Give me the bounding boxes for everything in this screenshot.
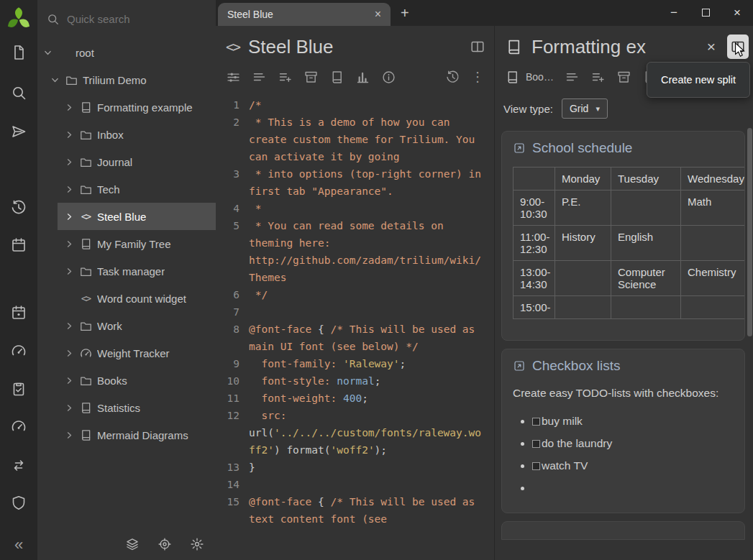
- chevron-right-icon[interactable]: [63, 239, 76, 249]
- swap-icon[interactable]: [0, 456, 37, 474]
- line-number: 9: [216, 355, 249, 372]
- card-title-link[interactable]: School schedule: [513, 140, 734, 156]
- target-icon[interactable]: [158, 537, 172, 551]
- close-window-button[interactable]: ×: [721, 6, 753, 20]
- tree-item-label: Books: [97, 375, 127, 387]
- line-number: 7: [216, 303, 249, 321]
- list-item: buy milk: [532, 415, 734, 428]
- history-icon[interactable]: [445, 70, 460, 85]
- search-icon[interactable]: [0, 84, 37, 101]
- calendar-icon[interactable]: [0, 237, 37, 254]
- window-controls: − ×: [658, 0, 753, 26]
- chevron-right-icon[interactable]: [63, 130, 76, 139]
- trilium-logo[interactable]: [0, 4, 37, 33]
- info-icon[interactable]: [381, 70, 396, 85]
- tree-item-label: Task manager: [97, 265, 165, 277]
- code-line: 4 *: [216, 200, 494, 217]
- tree-item-label: Formatting example: [97, 101, 193, 114]
- shield-icon[interactable]: [0, 495, 37, 512]
- book-icon: [77, 428, 94, 442]
- list-plus-icon[interactable]: [590, 70, 606, 85]
- tree-item-label: Mermaid Diagrams: [97, 429, 188, 441]
- book-icon[interactable]: [329, 70, 344, 85]
- layers-icon[interactable]: [125, 537, 140, 551]
- calendar-star-icon[interactable]: [0, 304, 37, 321]
- book-icon: [77, 237, 94, 251]
- line-number: 14: [216, 476, 249, 493]
- close-pane-button[interactable]: ×: [704, 38, 718, 55]
- checkbox[interactable]: [532, 440, 540, 448]
- code-line: 14: [216, 476, 494, 493]
- ribbon-tab-book[interactable]: Boo…: [505, 70, 554, 85]
- gauge-icon[interactable]: [0, 342, 37, 359]
- quick-search-input[interactable]: [67, 13, 189, 25]
- tree-item-trilium-demo[interactable]: Trilium Demo: [37, 66, 216, 93]
- list-icon[interactable]: [252, 70, 267, 85]
- code-editor[interactable]: 1/* 2 * This is a demo of how you can cr…: [216, 89, 494, 560]
- tree-item-inbox[interactable]: Inbox: [37, 121, 216, 148]
- tree-item-work[interactable]: Work: [37, 312, 216, 339]
- tree-item-books[interactable]: Books: [37, 367, 216, 394]
- maximize-button[interactable]: [690, 6, 721, 20]
- code-line: 8@font-face { /* This will be used as ma…: [216, 321, 494, 355]
- tree-item-statistics[interactable]: Statistics: [37, 394, 216, 421]
- tree-item-my-family-tree[interactable]: My Family Tree: [37, 230, 216, 257]
- chart-icon[interactable]: [355, 70, 370, 85]
- chevron-right-icon[interactable]: [63, 103, 76, 112]
- tab-steel-blue[interactable]: Steel Blue ×: [218, 3, 391, 26]
- chevron-right-icon[interactable]: [63, 403, 76, 413]
- code-line: 15@font-face { /* This will be used as t…: [216, 493, 494, 528]
- tree-item-weight-tracker[interactable]: Weight Tracker: [37, 339, 216, 367]
- view-type-select[interactable]: Grid ▾: [562, 98, 608, 119]
- tree-item-task-manager[interactable]: Task manager: [37, 257, 216, 285]
- new-tab-button[interactable]: +: [401, 5, 409, 22]
- minimize-button[interactable]: −: [658, 6, 690, 20]
- tree-item-root[interactable]: root: [37, 39, 216, 66]
- tree-item-mermaid-diagrams[interactable]: Mermaid Diagrams: [37, 421, 216, 449]
- chevron-right-icon[interactable]: [63, 376, 76, 385]
- archive-icon[interactable]: [616, 70, 631, 85]
- line-number: 2: [216, 114, 249, 165]
- list-icon[interactable]: [565, 70, 580, 85]
- file-icon[interactable]: [0, 44, 37, 61]
- tree-item-journal[interactable]: Journal: [37, 148, 216, 175]
- clipboard-check-icon[interactable]: [0, 380, 37, 398]
- scrollbar[interactable]: [747, 128, 752, 336]
- chevron-right-icon[interactable]: [63, 431, 76, 440]
- chevron-right-icon[interactable]: [63, 157, 76, 167]
- tree-item-formatting-example[interactable]: Formatting example: [37, 93, 216, 121]
- send-icon[interactable]: [0, 123, 37, 140]
- chevron-down-icon[interactable]: [42, 48, 54, 58]
- checkbox[interactable]: [532, 418, 540, 426]
- chevron-right-icon[interactable]: [63, 267, 76, 276]
- code-line: 12 src: url('../../../custom/fonts/ralew…: [216, 407, 494, 459]
- tree-item-steel-blue[interactable]: <> Steel Blue: [37, 203, 216, 230]
- collapse-left-icon[interactable]: «: [0, 536, 37, 554]
- line-number: 1: [216, 96, 249, 114]
- card-title-link[interactable]: Checkbox lists: [513, 358, 734, 374]
- tree-item-word-count-widget[interactable]: <> Word count widget: [37, 285, 216, 312]
- archive-icon[interactable]: [304, 70, 319, 85]
- create-new-split-button[interactable]: [727, 35, 749, 59]
- tree-item-label: Trilium Demo: [83, 74, 147, 86]
- speedometer-icon[interactable]: [0, 418, 37, 435]
- chevron-right-icon[interactable]: [63, 212, 76, 221]
- kebab-icon[interactable]: ⋮: [471, 70, 484, 83]
- tree-item-tech[interactable]: Tech: [37, 175, 216, 203]
- gear-icon[interactable]: [190, 537, 204, 551]
- chevron-right-icon[interactable]: [63, 185, 76, 194]
- split-icon[interactable]: [467, 39, 488, 55]
- quick-search[interactable]: [37, 0, 216, 37]
- list-plus-icon[interactable]: [278, 70, 293, 85]
- checkbox[interactable]: [532, 462, 540, 470]
- chevron-down-icon[interactable]: [49, 75, 61, 85]
- code-line: 9 font-family: 'Raleway';: [216, 355, 494, 372]
- note-title[interactable]: Formatting ex: [531, 36, 695, 58]
- note-title[interactable]: Steel Blue: [248, 36, 458, 58]
- chevron-right-icon[interactable]: [63, 349, 76, 358]
- close-icon[interactable]: ×: [375, 8, 381, 21]
- history-icon[interactable]: [0, 199, 37, 216]
- chevron-right-icon[interactable]: [63, 321, 76, 331]
- code-line: 7: [216, 303, 494, 321]
- tune-icon[interactable]: [226, 70, 241, 85]
